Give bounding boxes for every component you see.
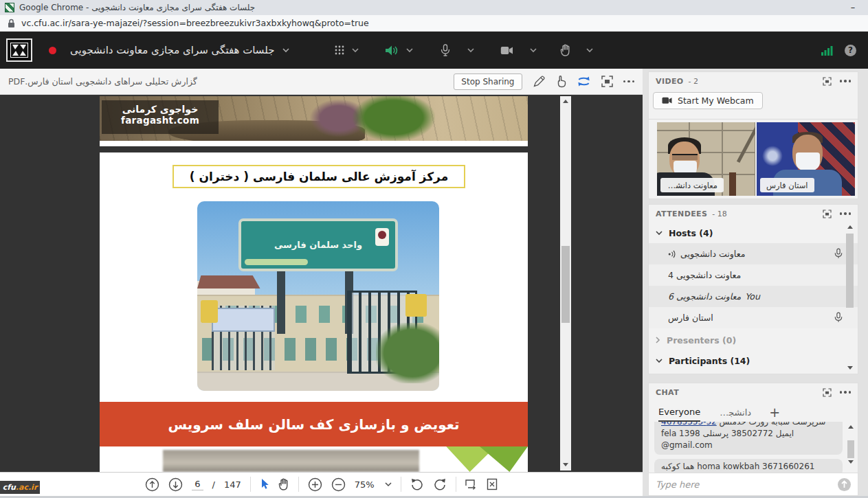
- meeting-menu-chevron-icon[interactable]: [282, 48, 289, 53]
- courtyard-photo: خواجوی کرمانی faragasht.com: [100, 96, 528, 141]
- speaker-chevron-icon[interactable]: [406, 48, 413, 53]
- current-page-field[interactable]: 6: [192, 479, 203, 490]
- slide-title: مرکز آموزش عالی سلمان فارسی ( دختران ): [173, 165, 465, 188]
- attendees-panel-title: ATTENDEES: [656, 210, 707, 218]
- scroll-up-icon[interactable]: [563, 100, 568, 103]
- minimize-button[interactable]: –: [838, 1, 868, 14]
- webcam-icon[interactable]: [500, 46, 513, 55]
- pods-grid-icon[interactable]: [335, 45, 344, 55]
- watermark-line1: خواجوی کرمانی: [102, 104, 219, 115]
- chat-panel-title: CHAT: [656, 388, 679, 397]
- share-pod-menu-icon[interactable]: [623, 80, 635, 83]
- browser-titlebar: جلسات هفتگی سرای مجازی معاونت دانشجویی -…: [0, 0, 868, 15]
- raise-hand-icon[interactable]: [560, 44, 571, 56]
- chat-message-text: ایمیل 38502772 پرسنلی fela 1398: [661, 428, 836, 440]
- hand-tool-icon[interactable]: [278, 478, 289, 490]
- help-icon[interactable]: ?: [845, 45, 856, 56]
- start-webcam-label: Start My Webcam: [678, 95, 754, 106]
- attendee-row[interactable]: معاونت دانشجویی 4: [649, 264, 858, 286]
- select-tool-icon[interactable]: [260, 478, 269, 490]
- pdf-viewer[interactable]: خواجوی کرمانی faragasht.com مرکز آموزش ع…: [0, 95, 643, 472]
- chat-messages[interactable]: سرپرست سبابه روزت خدمتش 52-46785555 ایمی…: [649, 422, 858, 473]
- webcam-tile-1[interactable]: معاونت دانشجویی: [657, 122, 755, 196]
- attendee-mic-icon[interactable]: [834, 248, 843, 259]
- scrollbar-thumb[interactable]: [847, 440, 854, 458]
- send-message-icon[interactable]: [838, 478, 851, 491]
- start-webcam-button[interactable]: Start My Webcam: [653, 92, 763, 109]
- attendee-row[interactable]: معاونت دانشجویی: [649, 243, 858, 264]
- scroll-down-icon[interactable]: [563, 463, 568, 466]
- attendee-row-you[interactable]: معاونت دانشجویی 6 You: [649, 286, 858, 307]
- current-slide-page: مرکز آموزش عالی سلمان فارسی ( دختران ) و…: [100, 152, 528, 472]
- previous-page-button[interactable]: [145, 477, 159, 492]
- chat-panel: CHAT Everyone دانشجویی + سرپرست سبابه رو…: [648, 383, 858, 496]
- fit-width-button[interactable]: [465, 479, 478, 490]
- previous-page-fragment: خواجوی کرمانی faragasht.com: [100, 96, 528, 146]
- attendee-mic-icon[interactable]: [834, 312, 843, 323]
- zoom-out-button[interactable]: [331, 477, 346, 492]
- webcam-name-badge: معاونت دانشجویی: [660, 178, 724, 192]
- chat-scrollbar[interactable]: [847, 424, 855, 464]
- attendees-scrollbar[interactable]: [845, 225, 854, 370]
- chat-message: سرپرست سبابه روزت خدمتش 52-46785555 ایمی…: [654, 422, 843, 455]
- video-expand-icon[interactable]: [823, 77, 832, 86]
- add-chat-tab-button[interactable]: +: [769, 405, 780, 422]
- sync-icon[interactable]: [577, 76, 591, 87]
- attendee-row[interactable]: استان فارس: [649, 307, 858, 328]
- participants-group-header[interactable]: Participants (14): [649, 350, 858, 371]
- scrollbar-thumb[interactable]: [846, 234, 854, 308]
- chat-message-link[interactable]: 52-46785555: [661, 422, 717, 427]
- chat-expand-icon[interactable]: [823, 388, 832, 397]
- microphone-icon[interactable]: [441, 44, 450, 56]
- pods-chevron-icon[interactable]: [352, 48, 359, 53]
- presenters-group-header[interactable]: Presenters (0): [649, 330, 858, 350]
- pdf-controls-toolbar: 6 / 147 75%: [0, 472, 643, 496]
- rotate-clockwise-button[interactable]: [433, 477, 447, 491]
- attendees-menu-icon[interactable]: [840, 212, 852, 215]
- webcam-chevron-icon[interactable]: [530, 48, 537, 53]
- chat-input-row: [649, 473, 858, 495]
- video-menu-icon[interactable]: [840, 80, 852, 82]
- url-bar[interactable]: vc.cfu.ac.ir/sara-ye-majazei/?session=br…: [0, 15, 868, 32]
- chat-input[interactable]: [656, 479, 838, 490]
- fit-page-button[interactable]: [487, 478, 498, 490]
- zoom-dropdown-chevron-icon[interactable]: [385, 482, 392, 487]
- hosts-group-header[interactable]: Hosts (4): [649, 223, 858, 243]
- adobe-connect-logo-icon[interactable]: [6, 38, 32, 62]
- attendees-panel: ATTENDEES - 18 Hosts (4) معاونت دانشجویی: [648, 204, 858, 374]
- next-page-button[interactable]: [168, 477, 183, 492]
- attendees-count: - 18: [712, 210, 726, 218]
- right-sidebar: VIDEO - 2 Start My Webcam معاونت دانشجوی…: [643, 69, 868, 496]
- pdf-scrollbar[interactable]: [560, 96, 571, 471]
- chat-message: هما کوکبه homa kowkbah 3671660261: [654, 459, 843, 473]
- chat-message-text: سرپرست سبابه روزت خدمتش: [720, 422, 826, 427]
- fullscreen-icon[interactable]: [601, 76, 613, 87]
- scroll-down-icon[interactable]: [848, 460, 854, 464]
- app-toolbar: جلسات هفتگی سرای مجازی معاونت دانشجویی: [0, 32, 868, 69]
- draw-icon[interactable]: [533, 75, 546, 88]
- connection-signal-icon[interactable]: [821, 45, 834, 56]
- scroll-up-icon[interactable]: [847, 225, 853, 229]
- tab-private-chat[interactable]: دانشجویی: [718, 407, 751, 422]
- tab-everyone[interactable]: Everyone: [658, 407, 700, 422]
- slide-banner: تعویض و بازسازی کف سالن سلف سرویس: [100, 402, 528, 446]
- green-triangle-decoration: [480, 446, 528, 472]
- microphone-chevron-icon[interactable]: [467, 48, 474, 53]
- speaker-icon[interactable]: [385, 45, 399, 56]
- url-text[interactable]: vc.cfu.ac.ir/sara-ye-majazei/?session=br…: [21, 18, 369, 28]
- watermark-line2: faragasht.com: [102, 115, 219, 126]
- scroll-down-icon[interactable]: [847, 366, 853, 370]
- pointer-icon[interactable]: [556, 75, 566, 88]
- zoom-level-value[interactable]: 75%: [355, 479, 375, 490]
- scroll-up-icon[interactable]: [848, 425, 854, 429]
- attendees-expand-icon[interactable]: [823, 210, 832, 218]
- chat-menu-icon[interactable]: [840, 391, 852, 394]
- rotate-counterclockwise-button[interactable]: [410, 477, 424, 491]
- raise-hand-chevron-icon[interactable]: [586, 48, 593, 53]
- webcam-tile-2[interactable]: استان فارس: [757, 122, 855, 196]
- scrollbar-thumb[interactable]: [561, 246, 570, 323]
- page-separator: /: [212, 479, 215, 490]
- stop-sharing-button[interactable]: Stop Sharing: [454, 73, 522, 90]
- zoom-in-button[interactable]: [308, 477, 322, 492]
- video-panel: VIDEO - 2 Start My Webcam معاونت دانشجوی…: [648, 71, 858, 199]
